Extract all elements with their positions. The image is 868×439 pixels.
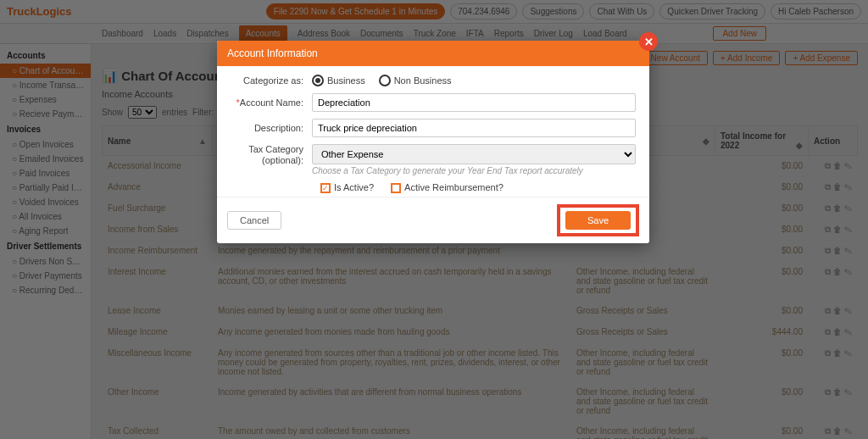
close-icon[interactable]: ✕ — [639, 32, 658, 51]
cancel-button[interactable]: Cancel — [227, 211, 281, 230]
radio-business[interactable]: Business — [312, 75, 365, 86]
description-input[interactable] — [312, 119, 636, 137]
is-active-checkbox[interactable]: ✓Is Active? — [320, 182, 374, 193]
account-name-label: *Account Name: — [231, 97, 312, 108]
description-label: Description: — [231, 123, 312, 133]
save-highlight: Save — [557, 204, 639, 236]
tax-category-select[interactable]: Other Expense — [312, 144, 636, 164]
tax-category-label: Tax Category (optional): — [231, 144, 312, 166]
account-name-input[interactable] — [312, 93, 636, 112]
tax-category-hint: Choose a Tax Category to generate your Y… — [312, 166, 636, 175]
save-button[interactable]: Save — [565, 211, 631, 230]
modal-title: Account Information — [217, 41, 649, 66]
active-reimbursement-checkbox[interactable]: Active Reimbursement? — [391, 182, 504, 193]
radio-non-business[interactable]: Non Business — [379, 75, 452, 86]
categorize-label: Categorize as: — [231, 75, 312, 86]
account-info-modal: ✕ Account Information Categorize as: Bus… — [217, 41, 649, 243]
